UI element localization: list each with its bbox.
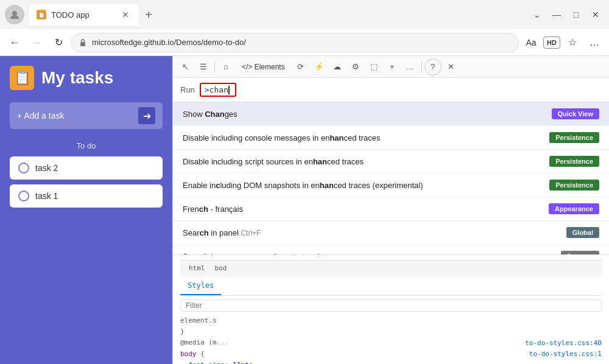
styles-link-2[interactable]: to-do-styles.css:1 [529, 349, 602, 360]
nav-right: Aa HD ☆ … [521, 33, 604, 52]
devtools-panel: ↖ ☰ ⌂ </> Elements ⟳ ⚡ ☁ ⚙ ⬚ + … ? ✕ <!D… [172, 56, 609, 364]
persistence-badge-2: Persistence [549, 156, 599, 167]
task-item-1[interactable]: task 1 [10, 184, 163, 208]
command-item-search-panel-text: Search in panel Ctrl+F [183, 228, 559, 237]
tab-bar: 📋 TODO app ✕ + [29, 4, 524, 26]
command-input-text: >chan [205, 85, 228, 94]
command-item-search-anonymous[interactable]: Search in anonymous and content scripts … [173, 245, 609, 254]
task-2-text: task 2 [35, 163, 58, 173]
lock-icon [79, 38, 87, 47]
command-item-disable-script-text: Disable including script sources in enha… [183, 157, 542, 166]
task-2-checkbox[interactable] [18, 163, 29, 173]
command-item-search-anonymous-text: Search in anonymous and content scripts [183, 252, 554, 255]
css-line-1: element.s [180, 315, 602, 326]
security-icon[interactable]: ⬚ [365, 58, 382, 75]
close-devtools-icon[interactable]: ✕ [443, 58, 460, 75]
new-tab-button[interactable]: + [139, 5, 158, 24]
window-controls: ⌄ — □ ✕ [529, 6, 604, 23]
todo-icon: 📋 [10, 66, 34, 90]
todo-app: 📋 My tasks + Add a task ➔ To do task 2 t… [0, 56, 172, 364]
application-icon[interactable]: ⚙ [347, 58, 364, 75]
profile-avatar[interactable] [5, 5, 24, 24]
html-element-bar: html bod [180, 260, 602, 277]
run-label: Run [180, 85, 195, 94]
task-1-checkbox[interactable] [18, 191, 29, 201]
quick-view-badge: Quick View [552, 108, 600, 119]
hd-button[interactable]: HD [543, 37, 560, 49]
css-line-2: } [180, 326, 602, 337]
command-item-show-changes[interactable]: Show Changes Quick View [173, 102, 609, 126]
tab-favicon: 📋 [37, 10, 46, 19]
command-area: <!DOCT <html l ▶<head ... ▼<body Run >ch… [173, 78, 609, 254]
html-breadcrumb[interactable]: html [185, 262, 209, 276]
todo-section-title: To do [10, 141, 163, 150]
command-item-search-panel[interactable]: Search in panel Ctrl+F Global [173, 221, 609, 245]
home-icon[interactable]: ⌂ [217, 58, 234, 75]
more-tabs-icon[interactable]: … [402, 58, 419, 75]
address-bar[interactable]: microsoftedge.github.io/Demos/demo-to-do… [71, 33, 519, 52]
command-item-french-text: French - français [183, 205, 541, 214]
body-breadcrumb[interactable]: bod [211, 262, 231, 276]
title-bar: 📋 TODO app ✕ + ⌄ — □ ✕ [0, 0, 609, 29]
task-1-text: task 1 [35, 191, 58, 201]
performance-icon[interactable]: ⚡ [311, 58, 328, 75]
add-task-button[interactable]: + Add a task ➔ [10, 102, 163, 129]
svg-point-0 [12, 11, 17, 16]
persistence-badge-1: Persistence [549, 132, 599, 143]
styles-tab-bar: Styles [180, 277, 602, 296]
inspect-element-icon[interactable]: ↖ [177, 58, 194, 75]
browser-chrome: 📋 TODO app ✕ + ⌄ — □ ✕ ← → ↻ microsofted… [0, 0, 609, 56]
command-cursor [228, 86, 230, 94]
tab-close-button[interactable]: ✕ [119, 9, 132, 21]
command-popup: Run >chan Show Changes Quick View [173, 78, 609, 254]
persistence-badge-3: Persistence [549, 180, 599, 191]
more-button[interactable]: … [585, 33, 604, 52]
nav-bar: ← → ↻ microsoftedge.github.io/Demos/demo… [0, 29, 609, 56]
command-list: Show Changes Quick View Disable includin… [173, 102, 609, 254]
tab-styles[interactable]: Styles [180, 277, 221, 295]
forward-button[interactable]: → [27, 33, 46, 52]
read-aloud-button[interactable]: Aa [521, 33, 541, 52]
command-item-disable-console-text: Disable including console messages in en… [183, 133, 542, 142]
main-area: 📋 My tasks + Add a task ➔ To do task 2 t… [0, 56, 609, 364]
command-item-disable-script[interactable]: Disable including script sources in enha… [173, 150, 609, 173]
favorites-button[interactable]: ☆ [563, 33, 582, 52]
devtools-toolbar: ↖ ☰ ⌂ </> Elements ⟳ ⚡ ☁ ⚙ ⬚ + … ? ✕ [173, 56, 609, 78]
command-item-enable-dom-text: Enable including DOM snapshots in enhanc… [183, 181, 542, 190]
command-item-disable-console[interactable]: Disable including console messages in en… [173, 126, 609, 150]
styles-filter-input[interactable] [180, 299, 602, 312]
todo-header: 📋 My tasks [10, 66, 163, 90]
active-tab[interactable]: 📋 TODO app ✕ [29, 4, 139, 26]
command-item-enable-dom[interactable]: Enable including DOM snapshots in enhanc… [173, 173, 609, 197]
sources-badge: Sources [561, 251, 599, 254]
toolbar-separator-2 [421, 61, 422, 73]
styles-link-1[interactable]: to-do-styles.css:40 [525, 338, 602, 349]
todo-title: My tasks [41, 68, 113, 88]
task-item-2[interactable]: task 2 [10, 156, 163, 180]
maximize-button[interactable]: □ [568, 6, 585, 23]
svg-rect-1 [80, 42, 85, 46]
network-icon[interactable]: ⟳ [292, 58, 309, 75]
refresh-button[interactable]: ↻ [49, 33, 68, 52]
memory-icon[interactable]: ☁ [329, 58, 346, 75]
command-item-show-changes-text: Show Changes [183, 110, 544, 119]
back-button[interactable]: ← [5, 33, 24, 52]
device-emulation-icon[interactable]: ☰ [195, 58, 212, 75]
chevron-down-button[interactable]: ⌄ [529, 6, 546, 23]
add-task-arrow-icon: ➔ [138, 107, 155, 124]
add-tab-icon[interactable]: + [384, 58, 401, 75]
tab-elements[interactable]: </> Elements [236, 60, 291, 74]
toolbar-separator-1 [214, 61, 215, 73]
close-button[interactable]: ✕ [587, 6, 604, 23]
search-panel-shortcut: Ctrl+F [241, 229, 261, 237]
address-text: microsoftedge.github.io/Demos/demo-to-do… [92, 38, 246, 47]
add-task-label: + Add a task [17, 111, 138, 121]
minimize-button[interactable]: — [548, 6, 565, 23]
command-input-field[interactable]: >chan [200, 83, 236, 97]
command-item-french[interactable]: French - français Appearance [173, 197, 609, 221]
command-input-bar: Run >chan [173, 78, 609, 102]
tab-title: TODO app [51, 10, 114, 19]
devtools-styles-panel: html bod Styles element.s } @media (m...… [173, 254, 609, 364]
appearance-badge-1: Appearance [549, 203, 599, 214]
help-icon[interactable]: ? [424, 58, 442, 75]
